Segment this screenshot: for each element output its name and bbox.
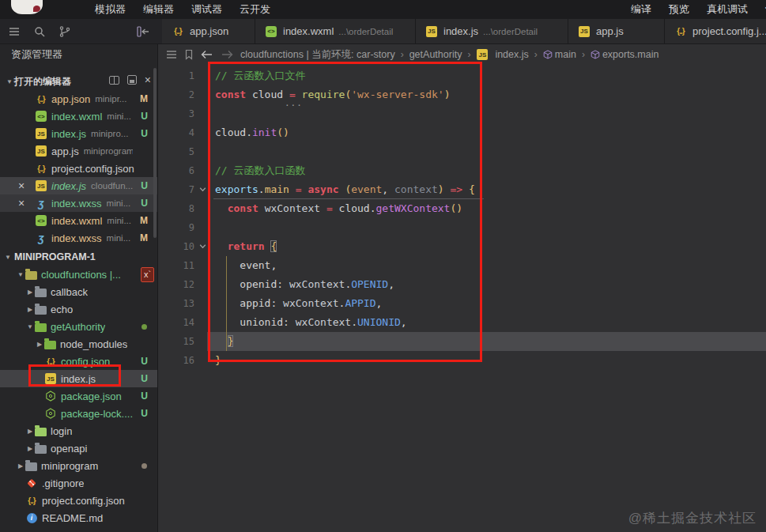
open-editor-item-index.js[interactable]: JSindex.jsminipro...U: [0, 125, 157, 142]
chevron-down-icon: ▼: [5, 78, 14, 85]
back-arrow-icon[interactable]: [201, 50, 213, 59]
menu-item-编辑器[interactable]: 编辑器: [143, 2, 174, 17]
code-line-12[interactable]: 12 openid: wxContext.OPENID,: [158, 275, 766, 294]
open-editor-item-index.wxml[interactable]: <>index.wxmlmini...U: [0, 108, 157, 125]
tree-item-node_modules[interactable]: ▶node_modules: [0, 335, 157, 353]
breadcrumb-item-5[interactable]: exports.main: [591, 49, 659, 60]
save-all-icon[interactable]: [127, 75, 137, 85]
sidebar-scrollbar[interactable]: [153, 68, 157, 238]
outline-icon[interactable]: [166, 49, 177, 60]
tree-item-.gitignore[interactable]: .gitignore: [0, 474, 157, 492]
breadcrumb-item-3[interactable]: JSindex.js: [476, 48, 528, 61]
search-icon[interactable]: [33, 25, 46, 41]
tree-item-package-lock....[interactable]: package-lock....U: [0, 405, 157, 422]
open-editor-item-app.js[interactable]: JSapp.jsminiprogram: [0, 142, 157, 160]
chevron-right-icon[interactable]: ▶: [35, 341, 44, 348]
open-editors-header[interactable]: ▼ 打开的编辑器 ×: [0, 73, 157, 90]
fold-chevron-icon[interactable]: [198, 181, 207, 200]
json-file-icon: {..}: [25, 494, 38, 507]
chevron-right-icon[interactable]: ▶: [25, 289, 35, 296]
code-line-1[interactable]: 1// 云函数入口文件: [158, 66, 766, 85]
open-editor-item-index.wxss[interactable]: ×ʒindex.wxssmini...U: [0, 194, 157, 212]
breadcrumb-item-4[interactable]: main: [543, 49, 576, 60]
tree-item-project.config.json[interactable]: {..}project.config.json: [0, 492, 157, 509]
code-line-9[interactable]: 9: [158, 218, 766, 237]
tree-item-cloudfunctions...[interactable]: ▼cloudfunctions |...x`: [0, 266, 157, 283]
code-line-4[interactable]: 4cloud.init(): [158, 123, 766, 142]
collapse-sidebar-icon[interactable]: [136, 25, 150, 41]
code-line-16[interactable]: 16}: [158, 351, 766, 370]
code-line-2[interactable]: 2const cloud = require('wx-server-sdk'): [158, 85, 766, 104]
breadcrumb-item-1[interactable]: cloudfunctions | 当前环境: car-story: [240, 48, 395, 62]
chevron-right-icon[interactable]: ▶: [25, 428, 35, 435]
close-icon[interactable]: ×: [18, 180, 25, 191]
code-token: (): [277, 126, 289, 138]
open-editor-item-app.json[interactable]: {..}app.jsonminipr...M: [0, 90, 157, 108]
open-editor-item-index.wxml[interactable]: <>index.wxmlmini...M: [0, 212, 157, 229]
main-area: 资源管理器 ▼ 打开的编辑器 × {..}app.jsonminipr...M<…: [0, 44, 766, 532]
open-editor-path: miniprogram: [84, 146, 133, 156]
code-token: require: [302, 89, 345, 100]
code-token: [215, 240, 228, 252]
tab-index.js[interactable]: JSindex.js...\orderDetail: [416, 19, 568, 43]
code-line-6[interactable]: 6// 云函数入口函数: [158, 161, 766, 180]
tree-item-openapi[interactable]: ▶openapi: [0, 440, 157, 457]
project-section-header[interactable]: ▼ MINIPROGRAM-1: [0, 248, 157, 266]
toolbar-item-预览[interactable]: 预览: [669, 2, 689, 17]
tree-item-callback[interactable]: ▶callback: [0, 283, 157, 300]
tree-item-getAuthority[interactable]: ▼getAuthority: [0, 318, 157, 335]
chevron-down-icon[interactable]: ▼: [25, 323, 35, 330]
code-line-3[interactable]: 3: [158, 104, 766, 123]
toolbar-item-真机调试[interactable]: 真机调试: [707, 2, 748, 17]
code-line-13[interactable]: 13 appid: wxContext.APPID,: [158, 294, 766, 313]
code-editor[interactable]: 1// 云函数入口文件2const cloud = require('wx-se…: [158, 65, 766, 532]
breadcrumb-item-2[interactable]: getAuthority: [409, 49, 462, 60]
json-file-icon: {..}: [35, 162, 47, 175]
menu-item-调试器[interactable]: 调试器: [191, 2, 222, 17]
tab-project.config.j...[interactable]: {..}project.config.j...: [665, 19, 766, 43]
open-editor-item-project.config.json[interactable]: {..}project.config.json: [0, 160, 157, 177]
menu-item-模拟器[interactable]: 模拟器: [95, 2, 126, 17]
open-editor-item-index.wxss[interactable]: ʒindex.wxssmini...M: [0, 229, 157, 247]
split-editor-icon[interactable]: [109, 76, 119, 85]
code-token: cloud.: [333, 202, 376, 214]
tree-item-echo[interactable]: ▶echo: [0, 300, 157, 318]
app-logo-icon: [11, 0, 43, 14]
tab-app.js[interactable]: JSapp.js: [568, 19, 665, 43]
toolbar-item-编译[interactable]: 编译: [631, 2, 651, 17]
git-branch-icon[interactable]: [58, 25, 71, 41]
code-token: getWXContext: [376, 202, 451, 214]
tree-item-miniprogram[interactable]: ▶miniprogram: [0, 457, 157, 474]
bookmark-icon[interactable]: [184, 49, 194, 60]
forward-arrow-icon[interactable]: [221, 50, 233, 59]
tree-item-package.json[interactable]: package.jsonU: [0, 387, 157, 405]
chevron-right-icon[interactable]: ▶: [25, 306, 35, 313]
code-token: appid: [215, 297, 270, 309]
code-line-10[interactable]: 10 return {: [158, 237, 766, 256]
menu-item-云开发[interactable]: 云开发: [240, 2, 270, 17]
tree-item-config.json[interactable]: {..}config.jsonU: [0, 353, 157, 370]
code-line-11[interactable]: 11 event,: [158, 256, 766, 275]
tree-item-index.js[interactable]: JSindex.jsU: [0, 370, 157, 387]
chevron-right-icon[interactable]: ▶: [25, 445, 35, 452]
tree-item-README.md[interactable]: iREADME.md: [0, 509, 157, 526]
code-line-5[interactable]: 5: [158, 142, 766, 161]
tree-item-label: login: [51, 425, 72, 437]
chevron-right-icon[interactable]: ▶: [16, 462, 25, 470]
tab-app.json[interactable]: {..}app.json: [162, 19, 255, 43]
tab-path-label: ...\orderDetail: [338, 27, 393, 36]
close-icon[interactable]: ×: [18, 198, 25, 209]
chevron-down-icon[interactable]: ▼: [16, 271, 25, 278]
git-status-badge: U: [141, 111, 148, 122]
tree-item-login[interactable]: ▶login: [0, 422, 157, 440]
menu-icon[interactable]: [8, 25, 21, 41]
code-line-8[interactable]: 8 const wxContext = cloud.getWXContext(): [158, 199, 766, 218]
tab-index.wxml[interactable]: <>index.wxml...\orderDetail: [255, 19, 416, 43]
open-editor-item-index.js[interactable]: ×JSindex.jscloudfun...U: [0, 177, 157, 194]
fold-chevron-icon[interactable]: [198, 238, 207, 257]
code-line-14[interactable]: 14 unionid: wxContext.UNIONID,: [158, 313, 766, 332]
close-all-icon[interactable]: ×: [145, 75, 151, 85]
code-line-7[interactable]: 7exports.main = async (event, context) =…: [158, 180, 766, 199]
js-file-icon: JS: [35, 145, 47, 157]
code-line-15[interactable]: 15 }: [158, 332, 766, 351]
